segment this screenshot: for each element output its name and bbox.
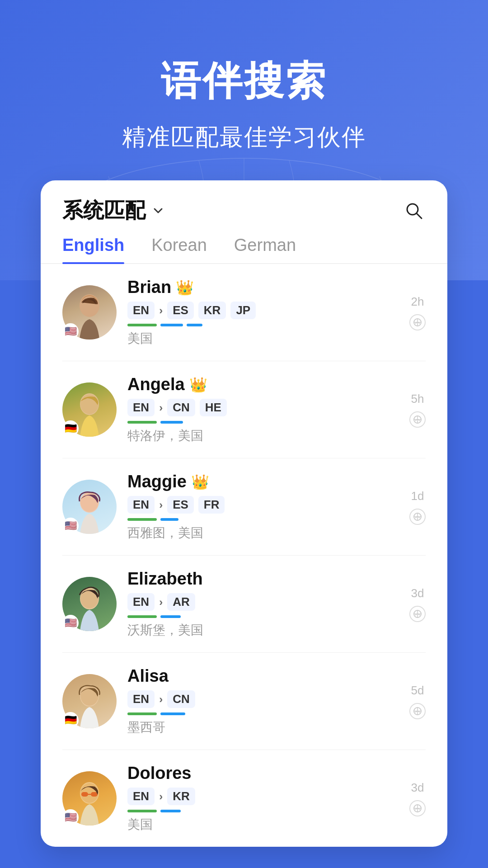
lang-tags: EN › CN HE xyxy=(127,399,399,416)
tabs-bar: English Korean German xyxy=(41,236,447,264)
flag-badge: 🇩🇪 xyxy=(62,420,79,437)
time-ago: 3d xyxy=(411,586,424,600)
flag-badge: 🇩🇪 xyxy=(62,712,79,728)
lang-tags: EN › ES FR xyxy=(127,496,399,514)
user-location: 美国 xyxy=(127,816,399,833)
svg-line-4 xyxy=(417,213,422,218)
user-meta: 5h xyxy=(409,392,426,428)
lang-tags: EN › CN xyxy=(127,690,399,708)
match-label: 系统匹配 xyxy=(62,197,145,225)
flag-badge: 🇺🇸 xyxy=(62,809,79,826)
page-title: 语伴搜索 xyxy=(161,54,327,108)
user-meta: 3d xyxy=(409,586,426,622)
online-icon xyxy=(409,314,426,330)
crown-icon: 👑 xyxy=(191,473,209,491)
user-info: Elizabeth EN › AR 沃斯堡，美国 xyxy=(127,569,399,639)
search-icon[interactable] xyxy=(402,199,426,222)
lang-bars xyxy=(127,421,399,424)
lang-bars xyxy=(127,518,399,521)
user-name: Brian xyxy=(127,278,171,297)
crown-icon: 👑 xyxy=(176,279,194,296)
avatar: 🇩🇪 xyxy=(62,674,117,728)
user-name: Maggie xyxy=(127,472,187,491)
user-location: 沃斯堡，美国 xyxy=(127,622,399,639)
list-item[interactable]: 🇩🇪 Angela 👑 EN › CN HE xyxy=(62,361,426,458)
time-ago: 5d xyxy=(411,684,424,698)
time-ago: 5h xyxy=(411,392,424,406)
user-meta: 5d xyxy=(409,684,426,719)
time-ago: 2h xyxy=(411,295,424,309)
user-name: Angela xyxy=(127,375,185,394)
user-info: Angela 👑 EN › CN HE 特洛伊，美国 xyxy=(127,375,399,444)
avatar: 🇺🇸 xyxy=(62,480,117,534)
user-location: 美国 xyxy=(127,330,399,347)
online-icon xyxy=(409,606,426,622)
user-location: 墨西哥 xyxy=(127,719,399,736)
list-item[interactable]: 🇺🇸 Brian 👑 EN › ES KR JP xyxy=(62,264,426,361)
tab-english[interactable]: English xyxy=(62,236,124,263)
online-icon xyxy=(409,411,426,428)
avatar: 🇺🇸 xyxy=(62,577,117,631)
lang-tags: EN › AR xyxy=(127,593,399,611)
lang-bars xyxy=(127,615,399,618)
list-item[interactable]: 🇩🇪 Alisa EN › CN 墨西哥 xyxy=(62,653,426,750)
user-meta: 3d xyxy=(409,781,426,816)
lang-tags: EN › ES KR JP xyxy=(127,302,399,319)
user-info: Dolores EN › KR 美国 xyxy=(127,764,399,833)
lang-bars xyxy=(127,324,399,326)
user-location: 西雅图，美国 xyxy=(127,524,399,542)
flag-badge: 🇺🇸 xyxy=(62,518,79,534)
tab-german[interactable]: German xyxy=(234,236,296,263)
user-meta: 1d xyxy=(409,489,426,525)
chevron-down-icon[interactable] xyxy=(151,203,165,218)
main-card: 系统匹配 English Korean German xyxy=(41,180,447,847)
lang-tags: EN › KR xyxy=(127,788,399,805)
avatar: 🇺🇸 xyxy=(62,285,117,340)
flag-badge: 🇺🇸 xyxy=(62,615,79,631)
avatar: 🇩🇪 xyxy=(62,382,117,437)
online-icon xyxy=(409,703,426,719)
list-item[interactable]: 🇺🇸 Elizabeth EN › AR 沃斯堡，美国 xyxy=(62,556,426,653)
page-subtitle: 精准匹配最佳学习伙伴 xyxy=(122,122,366,153)
match-label-row[interactable]: 系统匹配 xyxy=(62,197,165,225)
tab-korean[interactable]: Korean xyxy=(151,236,207,263)
svg-rect-33 xyxy=(81,792,88,797)
lang-bars xyxy=(127,712,399,715)
user-info: Maggie 👑 EN › ES FR 西雅图，美国 xyxy=(127,472,399,542)
user-location: 特洛伊，美国 xyxy=(127,427,399,444)
online-icon xyxy=(409,509,426,525)
flag-badge: 🇺🇸 xyxy=(62,323,79,340)
user-name: Dolores xyxy=(127,764,191,783)
online-icon xyxy=(409,800,426,816)
list-item[interactable]: 🇺🇸 Dolores EN › KR 美国 xyxy=(62,750,426,847)
user-info: Alisa EN › CN 墨西哥 xyxy=(127,666,399,736)
time-ago: 3d xyxy=(411,781,424,795)
time-ago: 1d xyxy=(411,489,424,503)
crown-icon: 👑 xyxy=(189,376,207,393)
lang-bars xyxy=(127,810,399,812)
user-meta: 2h xyxy=(409,295,426,330)
user-name: Alisa xyxy=(127,666,169,686)
user-list: 🇺🇸 Brian 👑 EN › ES KR JP xyxy=(41,264,447,847)
user-name: Elizabeth xyxy=(127,569,203,589)
card-header: 系统匹配 xyxy=(41,180,447,225)
list-item[interactable]: 🇺🇸 Maggie 👑 EN › ES FR xyxy=(62,458,426,556)
user-info: Brian 👑 EN › ES KR JP 美 xyxy=(127,278,399,347)
avatar: 🇺🇸 xyxy=(62,771,117,826)
